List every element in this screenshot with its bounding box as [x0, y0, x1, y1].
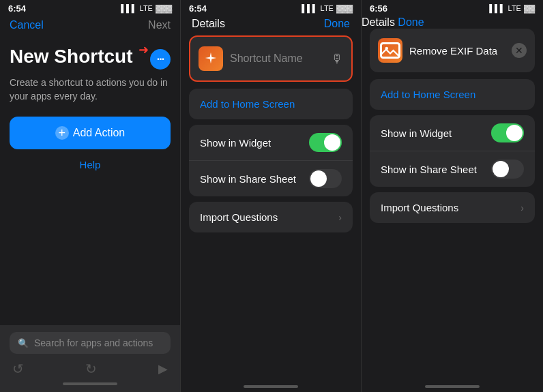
- share-toggle-thumb-middle: [310, 170, 327, 187]
- share-toggle-right[interactable]: [491, 160, 524, 179]
- done-button-middle[interactable]: Done: [324, 18, 350, 30]
- home-indicator-right: [425, 385, 480, 388]
- search-icon: 🔍: [18, 338, 29, 348]
- chevron-right-middle: ›: [338, 212, 342, 223]
- widget-toggle-right[interactable]: [491, 123, 524, 142]
- add-action-label: Add Action: [73, 127, 126, 139]
- widget-toggle-thumb-right: [506, 125, 523, 141]
- status-icons-right: ▌▌▌ LTE ▓▓: [489, 4, 535, 12]
- done-button-right[interactable]: Done: [398, 16, 424, 28]
- photo-icon: [378, 38, 402, 63]
- toggle-group-middle: Show in Widget Show in Share Sheet: [189, 125, 353, 196]
- nav-bar-right: Details Done: [362, 16, 543, 29]
- toggle-group-right: Show in Widget Show in Share Sheet: [370, 115, 535, 187]
- redo-icon[interactable]: ↻: [85, 361, 97, 377]
- lte-icon: LTE: [140, 4, 153, 12]
- left-panel: 6:54 ▌▌▌ LTE ▓▓▓ Cancel Next New Shortcu…: [0, 0, 181, 392]
- shortcut-icon: [199, 46, 223, 71]
- chevron-right-right: ›: [520, 202, 524, 213]
- signal-icon: ▌▌▌: [121, 4, 136, 12]
- exif-icon: [378, 38, 402, 63]
- time-right: 6:56: [370, 3, 387, 14]
- import-questions-row-middle[interactable]: Import Questions ›: [189, 202, 353, 232]
- right-panel: 6:56 ▌▌▌ LTE ▓▓ Details Done Remove EXIF…: [362, 0, 543, 392]
- share-label-right: Show in Share Sheet: [381, 164, 477, 175]
- mic-icon-middle[interactable]: 🎙: [331, 52, 343, 66]
- widget-toggle-thumb-middle: [324, 134, 340, 151]
- plus-icon: +: [55, 126, 69, 140]
- cancel-button[interactable]: Cancel: [10, 19, 44, 31]
- clear-button-right[interactable]: ✕: [512, 43, 527, 58]
- signal-icon-r: ▌▌▌: [489, 4, 505, 12]
- import-label-middle: Import Questions: [200, 211, 278, 223]
- share-toggle-middle[interactable]: [309, 169, 342, 188]
- share-label-middle: Show in Share Sheet: [200, 173, 296, 185]
- import-questions-row-right[interactable]: Import Questions ›: [370, 192, 535, 223]
- widget-label-middle: Show in Widget: [200, 137, 271, 149]
- home-indicator: [63, 382, 117, 385]
- status-bar-middle: 6:54 ▌▌▌ LTE ▓▓▓: [181, 0, 361, 16]
- import-label-right: Import Questions: [381, 202, 458, 213]
- nav-bar-left: Cancel Next: [0, 16, 180, 37]
- widget-toggle-row-middle: Show in Widget: [189, 125, 353, 161]
- status-bar-left: 6:54 ▌▌▌ LTE ▓▓▓: [0, 0, 180, 16]
- help-link[interactable]: Help: [10, 149, 171, 180]
- status-icons-left: ▌▌▌ LTE ▓▓▓: [121, 4, 172, 12]
- exif-name-label: Remove EXIF Data: [409, 45, 505, 57]
- bottom-bar-left: 🔍 Search for apps and actions ↺ ↻ ▶: [0, 325, 180, 392]
- play-icon[interactable]: ▶: [158, 361, 168, 376]
- signal-icon-m: ▌▌▌: [302, 4, 317, 12]
- bottom-actions: ↺ ↻ ▶: [10, 354, 171, 380]
- undo-icon[interactable]: ↺: [12, 361, 24, 377]
- left-content: New Shortcut ··· ➜ Create a shortcut to …: [0, 37, 180, 186]
- widget-toggle-middle[interactable]: [309, 133, 342, 152]
- nav-bar-middle: Details Done: [181, 16, 361, 35]
- lte-icon-r: LTE: [508, 4, 521, 12]
- add-to-home-screen-right[interactable]: Add to Home Screen: [370, 79, 535, 110]
- share-toggle-thumb-right: [493, 161, 509, 177]
- share-toggle-row-right: Show in Share Sheet: [370, 151, 535, 187]
- arrow-icon: ➜: [138, 42, 149, 57]
- add-action-button[interactable]: + Add Action: [10, 117, 171, 149]
- shortcut-name-field[interactable]: Shortcut Name 🎙: [189, 35, 353, 82]
- shortcut-name-input[interactable]: Shortcut Name: [230, 52, 324, 65]
- shortcut-name-field-right: Remove EXIF Data ✕: [370, 29, 535, 72]
- home-indicator-middle: [244, 385, 298, 388]
- status-icons-middle: ▌▌▌ LTE ▓▓▓: [302, 4, 353, 12]
- next-button: Next: [148, 19, 171, 31]
- lte-icon-m: LTE: [321, 4, 334, 12]
- widget-label-right: Show in Widget: [381, 127, 452, 139]
- battery-icon-m: ▓▓▓: [336, 4, 353, 12]
- svg-rect-0: [381, 44, 400, 58]
- search-placeholder: Search for apps and actions: [34, 337, 153, 348]
- shortcut-title: New Shortcut: [10, 46, 132, 67]
- details-tab-right: Details: [362, 16, 395, 28]
- details-tab-middle: Details: [192, 18, 225, 30]
- battery-icon-r: ▓▓: [524, 4, 535, 12]
- shortcut-description: Create a shortcut to actions you do in y…: [10, 76, 171, 103]
- share-toggle-row-middle: Show in Share Sheet: [189, 161, 353, 196]
- battery-icon: ▓▓▓: [156, 4, 172, 12]
- more-button[interactable]: ···: [150, 49, 171, 70]
- status-bar-right: 6:56 ▌▌▌ LTE ▓▓: [362, 0, 543, 16]
- time-left: 6:54: [8, 3, 26, 14]
- add-to-home-screen-middle[interactable]: Add to Home Screen: [189, 89, 353, 119]
- middle-panel: 6:54 ▌▌▌ LTE ▓▓▓ Details Done Shortcut N…: [181, 0, 362, 392]
- widget-toggle-row-right: Show in Widget: [370, 115, 535, 151]
- time-middle: 6:54: [189, 3, 207, 14]
- search-box[interactable]: 🔍 Search for apps and actions: [10, 332, 171, 354]
- sparkle-icon: [203, 51, 218, 66]
